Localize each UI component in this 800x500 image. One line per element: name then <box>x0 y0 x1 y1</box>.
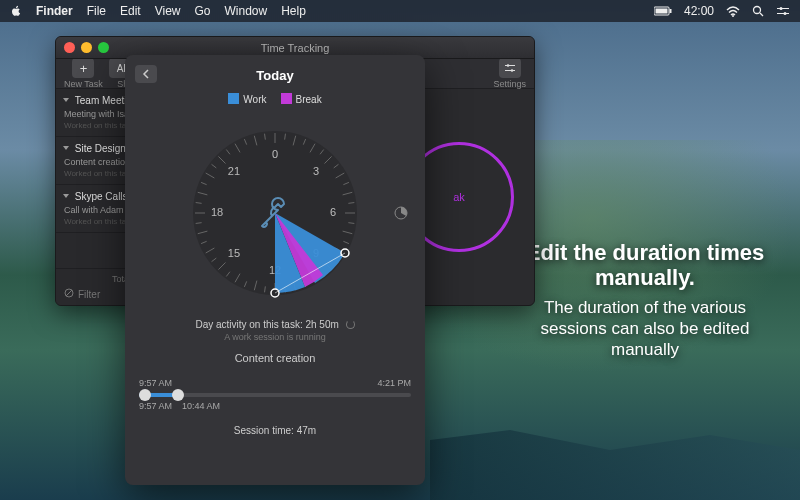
svg-rect-2 <box>669 9 671 13</box>
timeline-end: 4:21 PM <box>377 378 411 388</box>
svg-point-3 <box>732 15 734 17</box>
battery-text: 42:00 <box>684 4 714 18</box>
day-detail-panel: Today Work Break 036912151821 <box>125 55 425 485</box>
svg-text:6: 6 <box>330 206 336 218</box>
clock-dial[interactable]: 036912151821 <box>175 113 375 313</box>
task-name: Site Design <box>75 143 126 154</box>
svg-text:3: 3 <box>313 165 319 177</box>
svg-text:18: 18 <box>211 206 223 218</box>
legend-work: Work <box>228 93 266 105</box>
activity-summary: Day activity on this task: 2h 50m A work… <box>125 319 425 342</box>
svg-text:0: 0 <box>272 148 278 160</box>
promo-body: The duration of the various sessions can… <box>520 297 770 361</box>
work-swatch <box>228 93 239 104</box>
activity-line: Day activity on this task: 2h 50m <box>195 319 338 330</box>
svg-point-9 <box>784 12 787 15</box>
menubar: Finder File Edit View Go Window Help 42:… <box>0 0 800 22</box>
spinner-icon <box>346 320 355 329</box>
svg-point-8 <box>780 7 783 10</box>
back-button[interactable] <box>135 65 157 83</box>
menu-view[interactable]: View <box>155 4 181 18</box>
svg-line-5 <box>760 13 763 16</box>
sliders-icon <box>504 61 516 76</box>
filter-icon <box>64 288 74 300</box>
menu-help[interactable]: Help <box>281 4 306 18</box>
legend: Work Break <box>125 93 425 105</box>
current-task-name: Content creation <box>125 352 425 364</box>
svg-point-4 <box>754 7 761 14</box>
timeline-track[interactable] <box>139 393 411 397</box>
svg-line-15 <box>69 290 72 293</box>
disclosure-icon <box>63 98 69 102</box>
menu-go[interactable]: Go <box>195 4 211 18</box>
svg-rect-1 <box>655 9 667 14</box>
svg-line-16 <box>66 293 69 296</box>
battery-icon <box>654 6 672 16</box>
menu-app[interactable]: Finder <box>36 4 73 18</box>
menu-edit[interactable]: Edit <box>120 4 141 18</box>
break-swatch <box>281 93 292 104</box>
promo-heading: Edit the duration times manually. <box>520 240 770 291</box>
search-icon[interactable] <box>752 5 764 17</box>
bg-coast <box>430 400 800 500</box>
timeline-tick-a: 9:57 AM <box>139 401 172 411</box>
timeline-knob-end[interactable] <box>172 389 184 401</box>
wifi-icon[interactable] <box>726 6 740 17</box>
svg-point-12 <box>506 64 509 67</box>
panel-title: Today <box>256 68 293 83</box>
plus-icon: + <box>80 61 88 76</box>
settings-label: Settings <box>493 79 526 89</box>
legend-break: Break <box>281 93 322 105</box>
activity-sub: A work session is running <box>125 332 425 342</box>
chevron-left-icon <box>142 65 150 83</box>
disclosure-icon <box>63 146 69 150</box>
session-time: Session time: 47m <box>125 425 425 436</box>
close-button[interactable] <box>64 42 75 53</box>
new-task-label: New Task <box>64 79 103 89</box>
zoom-button[interactable] <box>98 42 109 53</box>
menu-file[interactable]: File <box>87 4 106 18</box>
filter-label: Filter <box>78 289 100 300</box>
settings-button[interactable] <box>499 58 521 78</box>
svg-text:21: 21 <box>228 165 240 177</box>
minimize-button[interactable] <box>81 42 92 53</box>
timeline-start: 9:57 AM <box>139 378 172 388</box>
task-name: Skype Calls <box>75 191 128 202</box>
timeline-knob-start[interactable] <box>139 389 151 401</box>
ring-label: ak <box>453 191 465 203</box>
menu-window[interactable]: Window <box>225 4 268 18</box>
svg-point-13 <box>510 69 513 72</box>
svg-text:15: 15 <box>228 247 240 259</box>
window-title: Time Tracking <box>261 42 330 54</box>
chart-icon[interactable] <box>393 205 409 221</box>
new-task-button[interactable]: + <box>72 58 94 78</box>
promo-text: Edit the duration times manually. The du… <box>520 240 770 360</box>
control-center-icon[interactable] <box>776 6 790 16</box>
session-timeline: 9:57 AM 4:21 PM 9:57 AM 10:44 AM <box>139 378 411 411</box>
timeline-tick-b: 10:44 AM <box>182 401 220 411</box>
disclosure-icon <box>63 194 69 198</box>
apple-logo-icon[interactable] <box>10 5 22 17</box>
